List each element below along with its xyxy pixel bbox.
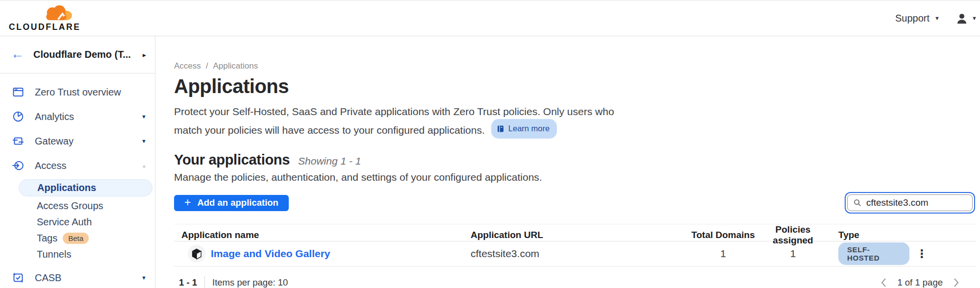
chevron-up-icon: ▲ (142, 163, 147, 168)
column-policies-assigned: Policies assigned (760, 224, 826, 246)
support-menu[interactable]: Support ▼ (895, 0, 940, 36)
page-indicator: 1 of 1 page (897, 277, 943, 288)
application-avatar (188, 245, 205, 263)
breadcrumb-applications: Applications (213, 61, 258, 71)
sidebar-item-label: Applications (37, 182, 96, 193)
zero-trust-dashboard: CLOUDFLARE Support ▼ ▼ ← Cloudflare Demo… (0, 0, 980, 288)
application-name-cell: Image and Video Gallery (174, 245, 471, 263)
book-icon (497, 125, 504, 133)
sidebar-item-casb[interactable]: CASB ▼ (0, 265, 155, 288)
search-box (847, 194, 973, 211)
chevron-right-icon (953, 277, 959, 288)
chevron-down-icon: ▼ (934, 16, 940, 21)
section-subtitle: Manage the policies, authentication, and… (174, 171, 976, 183)
add-application-label: Add an application (197, 197, 278, 208)
showing-count: Showing 1 - 1 (298, 155, 361, 167)
sidebar-item-label: CASB (35, 272, 61, 284)
cube-icon (191, 248, 202, 260)
cloudflare-cloud-icon (39, 4, 74, 22)
section-header: Your applications Showing 1 - 1 (174, 152, 976, 168)
section-title: Your applications (174, 152, 290, 168)
page-title: Applications (174, 75, 976, 97)
previous-page-button[interactable] (880, 277, 887, 288)
sidebar-item-label: Zero Trust overview (35, 87, 121, 98)
total-domains-cell: 1 (686, 248, 760, 260)
sidebar-item-gateway[interactable]: Gateway ▼ (0, 129, 155, 153)
pie-chart-icon (12, 111, 24, 122)
back-arrow-icon[interactable]: ← (11, 48, 24, 61)
learn-more-label: Learn more (508, 121, 550, 136)
sidebar: ← Cloudflare Demo (T... ▸ Zero Trust ove… (0, 36, 155, 288)
login-arrow-icon (12, 160, 24, 171)
type-badge: SELF-HOSTED (838, 242, 909, 265)
sidebar-item-service-auth[interactable]: Service Auth (0, 214, 155, 230)
search-icon (854, 198, 861, 207)
sidebar-item-label: Analytics (35, 111, 74, 122)
gateway-icon (12, 135, 24, 147)
search-input[interactable] (866, 197, 966, 208)
top-bar: CLOUDFLARE Support ▼ ▼ (0, 0, 980, 36)
expand-right-icon: ▸ (143, 51, 146, 59)
table-row: Image and Video Gallery cftestsite3.com … (174, 241, 976, 266)
next-page-button[interactable] (953, 277, 959, 288)
chevron-left-icon (880, 277, 887, 288)
plus-icon: + (184, 197, 191, 208)
support-label: Support (895, 13, 930, 24)
chevron-down-icon: ▼ (972, 16, 977, 21)
add-application-button[interactable]: + Add an application (174, 195, 289, 211)
search-focus-ring (845, 192, 975, 214)
application-link[interactable]: Image and Video Gallery (211, 248, 330, 260)
chevron-down-icon: ▼ (141, 114, 147, 120)
type-cell: SELF-HOSTED (826, 242, 909, 265)
cloudflare-logo[interactable]: CLOUDFLARE (9, 4, 75, 32)
casb-check-icon (12, 272, 24, 284)
pagination-left: 1 - 1 Items per page: 10 (179, 276, 288, 288)
main-content: Access / Applications Applications Prote… (156, 36, 980, 288)
beta-badge: Beta (63, 233, 89, 244)
user-icon (955, 12, 968, 25)
table-header-row: Application name Application URL Total D… (174, 224, 976, 241)
user-menu[interactable]: ▼ (955, 0, 977, 36)
column-type: Type (826, 230, 909, 240)
sidebar-item-analytics[interactable]: Analytics ▼ (0, 104, 155, 129)
learn-more-chip[interactable]: Learn more (491, 119, 557, 139)
sidebar-item-zero-trust-overview[interactable]: Zero Trust overview (0, 80, 155, 104)
account-name: Cloudflare Demo (T... (33, 49, 131, 60)
sidebar-item-label: Access Groups (37, 200, 103, 212)
sidebar-item-access[interactable]: Access ▲ (0, 153, 155, 178)
access-subnav: Applications Access Groups Service Auth … (0, 179, 155, 263)
sidebar-nav: Zero Trust overview Analytics ▼ (0, 73, 155, 288)
results-range: 1 - 1 (179, 277, 197, 288)
policies-assigned-cell: 1 (760, 248, 826, 260)
description-line2: match your policies will have access to … (174, 124, 485, 136)
account-switcher[interactable]: ← Cloudflare Demo (T... ▸ (0, 36, 155, 73)
column-total-domains: Total Domains (686, 230, 760, 240)
sidebar-item-label: Access (35, 160, 66, 171)
pagination-divider (204, 276, 205, 288)
items-per-page[interactable]: Items per page: 10 (212, 277, 288, 288)
sidebar-item-tunnels[interactable]: Tunnels (0, 246, 155, 263)
sidebar-item-access-groups[interactable]: Access Groups (0, 198, 155, 214)
applications-table: Application name Application URL Total D… (174, 224, 976, 266)
sidebar-item-label: Gateway (35, 136, 74, 147)
sidebar-item-tags[interactable]: Tags Beta (0, 230, 155, 246)
chevron-down-icon: ▼ (141, 138, 147, 144)
column-application-url: Application URL (471, 230, 686, 240)
sidebar-item-label: Service Auth (37, 216, 92, 228)
page-description: Protect your Self-Hosted, SaaS and Priva… (174, 104, 976, 139)
pagination-bar: 1 - 1 Items per page: 10 1 of 1 page (174, 266, 976, 288)
browser-window-icon (12, 86, 24, 98)
cloudflare-wordmark: CLOUDFLARE (9, 22, 75, 32)
list-controls: + Add an application (174, 192, 976, 214)
column-application-name: Application name (174, 230, 471, 240)
row-actions-kebab-icon[interactable]: ⋮ (909, 248, 976, 260)
breadcrumb: Access / Applications (174, 61, 976, 71)
application-url-cell: cftestsite3.com (471, 248, 686, 260)
breadcrumb-access[interactable]: Access (174, 61, 201, 71)
pagination-right: 1 of 1 page (880, 277, 959, 288)
sidebar-item-applications[interactable]: Applications (19, 179, 152, 196)
breadcrumb-separator: / (206, 61, 208, 71)
sidebar-item-label: Tunnels (37, 249, 71, 260)
description-line1: Protect your Self-Hosted, SaaS and Priva… (174, 104, 976, 119)
sidebar-item-label: Tags (37, 233, 57, 244)
